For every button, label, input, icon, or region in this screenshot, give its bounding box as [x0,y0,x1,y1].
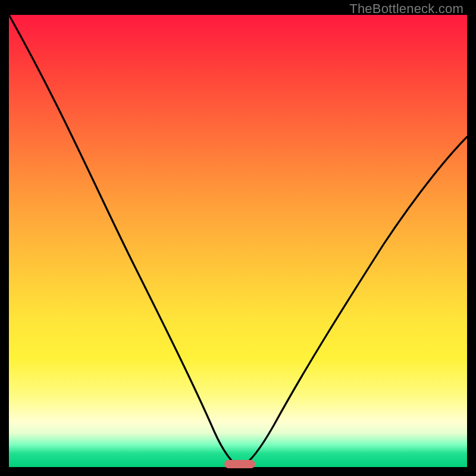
curve-right-arm [240,137,467,467]
curve-left-arm [9,15,240,467]
chart-frame: TheBottleneck.com [9,0,467,467]
bottleneck-curve [9,15,467,467]
plot-area [9,15,467,467]
optimal-marker [224,460,255,468]
